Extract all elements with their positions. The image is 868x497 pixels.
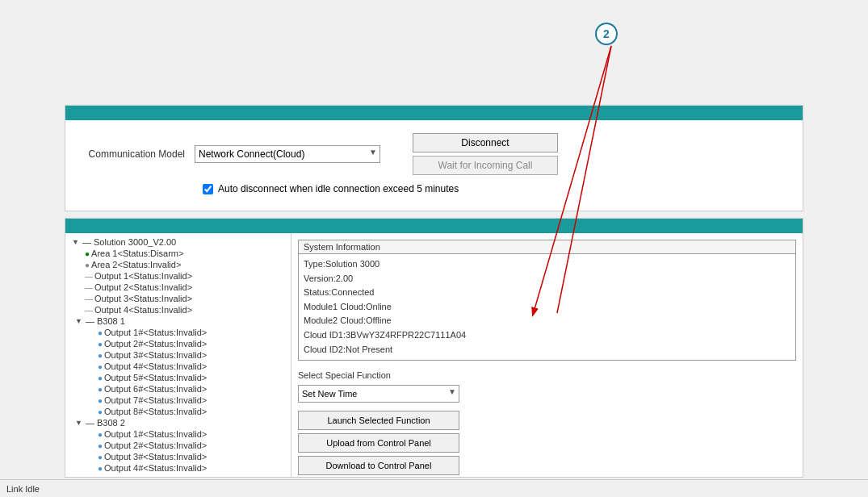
- tree-item-label: Output 3#<Status:Invalid>: [104, 452, 207, 461]
- tree-item[interactable]: — Output 1<Status:Invalid>: [65, 270, 291, 282]
- tree-item-label: — B308 2: [86, 418, 125, 428]
- tree-item-b308-1[interactable]: ▼ — B308 1: [65, 315, 291, 327]
- circle-blue-icon: ●: [98, 340, 103, 349]
- checkbox-row: Auto disconnect when idle connection exc…: [203, 183, 786, 194]
- system-info-header: System Information: [299, 240, 795, 254]
- auto-disconnect-checkbox[interactable]: [203, 184, 213, 194]
- tree-item-label: Output 7#<Status:Invalid>: [104, 395, 207, 405]
- circle-gray-icon: ●: [85, 261, 90, 269]
- tree-item-label: Output 1#<Status:Invalid>: [104, 328, 207, 337]
- circle-blue-icon: ●: [98, 453, 103, 461]
- sys-type: Type:Solution 3000: [304, 257, 790, 272]
- tree-item[interactable]: ● Output 4#<Status:Invalid>: [65, 462, 291, 474]
- circle-annotation-2: 2: [595, 23, 618, 45]
- launch-selected-function-button[interactable]: Launch Selected Function: [298, 411, 459, 430]
- system-info-box: System Information Type:Solution 3000 Ve…: [298, 240, 796, 361]
- disconnect-button[interactable]: Disconnect: [413, 133, 558, 152]
- function-select[interactable]: Set New Time: [298, 385, 459, 403]
- comm-model-select[interactable]: Network Connect(Cloud): [195, 145, 380, 163]
- tree-item-label: — B308 1: [86, 316, 125, 326]
- tree-item-label: Area 1<Status:Disarm>: [91, 248, 183, 258]
- circle-blue-icon: ●: [98, 385, 103, 394]
- tree-item-label: Output 4#<Status:Invalid>: [104, 463, 207, 473]
- comm-row: Communication Model Network Connect(Clou…: [82, 133, 786, 175]
- sys-cloudid2: Cloud ID2:Not Present: [304, 343, 790, 357]
- tree-item[interactable]: — Output 3<Status:Invalid>: [65, 293, 291, 304]
- tree-item[interactable]: ● Area 2<Status:Invalid>: [65, 259, 291, 270]
- tree-item[interactable]: — Output 4<Status:Invalid>: [65, 304, 291, 315]
- tree-item-label: Output 3#<Status:Invalid>: [104, 350, 207, 360]
- tree-item[interactable]: ● Output 5#<Status:Invalid>: [65, 372, 291, 383]
- tree-item-label: Output 2<Status:Invalid>: [94, 282, 192, 292]
- main-container: 2 Communication Model Network Connect(Cl…: [0, 0, 868, 497]
- comm-model-select-wrapper: Network Connect(Cloud): [195, 145, 380, 163]
- tree-item-label: Output 1#<Status:Invalid>: [104, 429, 207, 439]
- right-buttons: Disconnect Wait for Incoming Call: [396, 133, 558, 175]
- function-select-row: Set New Time: [298, 385, 796, 403]
- tree-item-label: Output 8#<Status:Invalid>: [104, 407, 207, 416]
- circle-green-icon: ●: [85, 249, 90, 258]
- circle-blue-icon: ●: [98, 464, 103, 473]
- tree-panel[interactable]: ▼ — Solution 3000_V2.00 ● Area 1<Status:…: [65, 233, 291, 477]
- circle-blue-icon: ●: [98, 441, 103, 450]
- circle-gray-icon: —: [85, 283, 93, 292]
- download-control-panel-button[interactable]: Download to Control Panel: [298, 456, 459, 475]
- tree-item[interactable]: ● Output 2#<Status:Invalid>: [65, 440, 291, 451]
- comm-panel-body: Communication Model Network Connect(Clou…: [65, 120, 803, 211]
- circle-blue-icon: ●: [98, 328, 103, 337]
- circle-blue-icon: ●: [98, 351, 103, 360]
- circle-gray-icon: —: [85, 306, 93, 315]
- main-panel-header: [65, 219, 803, 233]
- sys-status: Status:Connected: [304, 286, 790, 300]
- tree-item-label: Output 5#<Status:Invalid>: [104, 373, 207, 382]
- tree-item-label: Output 3<Status:Invalid>: [94, 294, 192, 303]
- expand-icon: ▼: [75, 317, 82, 325]
- tree-item[interactable]: ● Output 8#<Status:Invalid>: [65, 406, 291, 417]
- expand-icon: ▼: [75, 419, 82, 427]
- tree-item[interactable]: ● Output 6#<Status:Invalid>: [65, 383, 291, 395]
- tree-root[interactable]: ▼ — Solution 3000_V2.00: [65, 236, 291, 248]
- tree-root-label: — Solution 3000_V2.00: [82, 237, 176, 247]
- tree-item[interactable]: ● Output 7#<Status:Invalid>: [65, 395, 291, 406]
- tree-item-label: Output 2#<Status:Invalid>: [104, 441, 207, 450]
- main-panel: ▼ — Solution 3000_V2.00 ● Area 1<Status:…: [65, 218, 803, 478]
- sys-version: Version:2.00: [304, 272, 790, 286]
- tree-item[interactable]: ● Output 3#<Status:Invalid>: [65, 349, 291, 361]
- circle-blue-icon: ●: [98, 362, 103, 371]
- upload-control-panel-button[interactable]: Upload from Control Panel: [298, 433, 459, 453]
- tree-item[interactable]: — Output 2<Status:Invalid>: [65, 282, 291, 293]
- tree-item[interactable]: ● Output 1#<Status:Invalid>: [65, 428, 291, 440]
- tree-item-label: Output 4<Status:Invalid>: [94, 305, 192, 315]
- wait-call-button[interactable]: Wait for Incoming Call: [413, 156, 558, 175]
- tree-item[interactable]: ● Output 2#<Status:Invalid>: [65, 338, 291, 349]
- tree-item-label: Output 6#<Status:Invalid>: [104, 384, 207, 394]
- comm-model-label: Communication Model: [82, 148, 195, 160]
- tree-item[interactable]: ● Area 1<Status:Disarm>: [65, 248, 291, 259]
- circle-blue-icon: ●: [98, 374, 103, 382]
- right-panel: System Information Type:Solution 3000 Ve…: [291, 233, 803, 477]
- auto-disconnect-label: Auto disconnect when idle connection exc…: [218, 183, 459, 194]
- circle-blue-icon: ●: [98, 407, 103, 416]
- tree-item-label: Output 1<Status:Invalid>: [94, 271, 192, 281]
- tree-item-label: Output 2#<Status:Invalid>: [104, 339, 207, 349]
- circle-blue-icon: ●: [98, 430, 103, 439]
- tree-item-b308-2[interactable]: ▼ — B308 2: [65, 417, 291, 428]
- comm-panel: Communication Model Network Connect(Clou…: [65, 105, 803, 211]
- tree-item[interactable]: ● Output 3#<Status:Invalid>: [65, 451, 291, 462]
- tree-item[interactable]: ● Output 4#<Status:Invalid>: [65, 361, 291, 372]
- sys-module1: Module1 Cloud:Online: [304, 300, 790, 315]
- status-text: Link Idle: [6, 484, 40, 494]
- circle-blue-icon: ●: [98, 396, 103, 405]
- tree-item[interactable]: ● Output 1#<Status:Invalid>: [65, 327, 291, 338]
- sys-cloudid1: Cloud ID1:3BVwY3Z4RFPR22C7111A04: [304, 328, 790, 343]
- expand-icon: ▼: [72, 238, 79, 246]
- main-panel-body: ▼ — Solution 3000_V2.00 ● Area 1<Status:…: [65, 233, 803, 477]
- circle-gray-icon: —: [85, 272, 93, 281]
- function-select-wrapper: Set New Time: [298, 385, 459, 403]
- select-function-label: Select Special Function: [298, 370, 796, 380]
- sys-module2: Module2 Cloud:Offline: [304, 314, 790, 328]
- function-buttons: Launch Selected Function Upload from Con…: [298, 411, 796, 475]
- system-info-body: Type:Solution 3000 Version:2.00 Status:C…: [299, 254, 795, 360]
- circle-gray-icon: —: [85, 294, 93, 303]
- status-bar: Link Idle: [0, 479, 868, 497]
